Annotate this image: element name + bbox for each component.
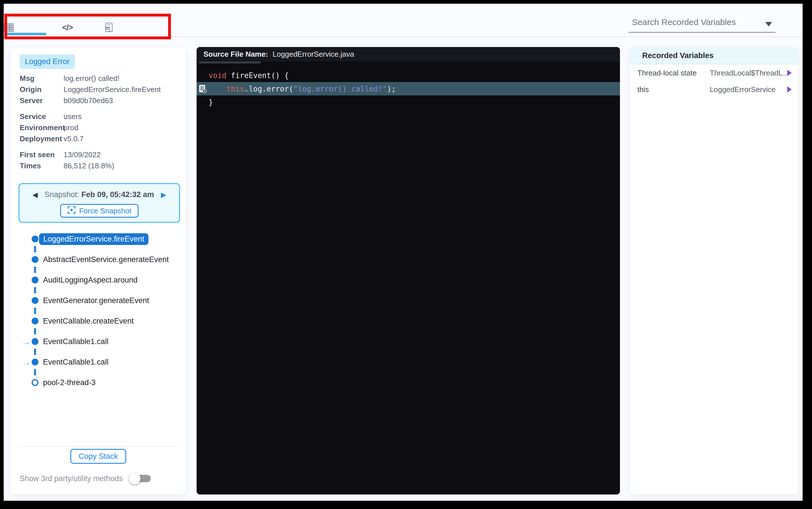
frame-arrow-icon: →: [21, 337, 31, 346]
frame-label: AuditLoggingAspect.around: [43, 276, 138, 284]
frame-label: EventCallable.createEvent: [43, 317, 134, 326]
frame-connector-dots: [34, 327, 186, 335]
frame-bullet-icon: [32, 236, 38, 242]
code-token: }: [209, 98, 213, 106]
search-recorded-variables-select[interactable]: Search Recorded Variables: [629, 15, 776, 33]
detail-label: Origin: [20, 85, 64, 94]
previous-snapshot-button[interactable]: ◀: [32, 191, 38, 199]
frame-connector-dots: [34, 368, 186, 376]
expand-variable-icon[interactable]: [787, 70, 792, 76]
detail-value: users: [64, 112, 82, 121]
frame-connector-dots: [34, 307, 186, 315]
copy-stack-button[interactable]: Copy Stack: [70, 449, 126, 464]
tab[interactable]: </>: [62, 21, 77, 34]
frame-label: LoggedErrorService.fireEvent: [39, 233, 148, 245]
code-token: );: [387, 84, 396, 93]
recorded-variables-title: Recorded Variables: [630, 47, 798, 64]
stack-frame-row[interactable]: AuditLoggingAspect.around: [10, 274, 186, 286]
frame-connector-dots: [34, 286, 186, 294]
stack-frame: LoggedErrorService.fireEvent: [10, 233, 186, 253]
detail-label: Deployment: [20, 134, 64, 143]
variable-name: Thread-local state: [637, 69, 710, 77]
detail-value: 13/09/2022: [64, 150, 101, 159]
source-file-name-value: LoggedErrorService.java: [273, 50, 354, 59]
stack-frame: pool-2-thread-3: [10, 376, 186, 389]
detail-row: Deployment v5.0.7: [20, 133, 181, 144]
frame-arrow-icon: →: [21, 357, 31, 367]
tab[interactable]: LOG: [105, 21, 118, 34]
detail-value: b09d0b70ed63: [64, 96, 113, 105]
code-token: "log.error() called!": [293, 84, 387, 93]
snapshot-nav-row: ◀ Snapshot: Feb 09, 05:42:32 am ▶: [20, 190, 179, 199]
frame-label: AbstractEventService.generateEvent: [43, 255, 169, 264]
error-details: Msg log.error() called! Origin LoggedErr…: [20, 73, 181, 176]
detail-label: Msg: [20, 74, 64, 83]
detail-row: Times 86,512 (18.8%): [20, 160, 181, 171]
stack-frame: → EventCallable1.call: [10, 356, 186, 376]
environment-icon: [4, 23, 14, 32]
code-token: [209, 84, 227, 93]
variable-row[interactable]: Thread-local state ThreadLocal$ThreadL…: [630, 65, 798, 81]
detail-row: Msg log.error() called!: [20, 73, 181, 84]
code-token: .log.error(: [244, 84, 293, 93]
frame-connector-dots: [34, 245, 186, 253]
stack-frame-row[interactable]: EventCallable.createEvent: [10, 315, 186, 327]
variable-value: LoggedErrorService: [710, 85, 787, 94]
recorded-variables-panel: Recorded Variables Thread-local state Th…: [630, 47, 798, 495]
detail-row: Service users: [20, 111, 181, 122]
detail-label: Server: [20, 96, 64, 105]
force-snapshot-label: Force Snapshot: [79, 206, 132, 215]
stack-frame-row[interactable]: → EventCallable1.call: [10, 356, 186, 368]
stack-frame-row[interactable]: LoggedErrorService.fireEvent: [10, 233, 186, 245]
app-window: </> LOG: [4, 4, 803, 501]
third-party-toggle-row: Show 3rd party/utility methods: [20, 472, 151, 485]
code-line[interactable]: void fireEvent() {: [197, 69, 620, 82]
detail-group-message: Msg log.error() called! Origin LoggedErr…: [20, 73, 181, 106]
detail-label: Times: [20, 162, 64, 170]
detail-value: log.error() called!: [64, 74, 120, 83]
expand-variable-icon[interactable]: [787, 86, 792, 93]
chevron-down-icon: [765, 22, 772, 27]
stack-frame: AuditLoggingAspect.around: [10, 274, 186, 294]
next-snapshot-button[interactable]: ▶: [161, 191, 166, 199]
third-party-toggle-switch[interactable]: [133, 475, 151, 482]
frame-label: pool-2-thread-3: [43, 378, 96, 387]
frame-label: EventCallable1.call: [43, 358, 108, 367]
search-select-label: Search Recorded Variables: [632, 18, 736, 27]
force-snapshot-button[interactable]: Force Snapshot: [60, 204, 139, 217]
code-line[interactable]: this.log.error("log.error() called!");: [197, 82, 620, 95]
stack-frame: EventCallable.createEvent: [10, 315, 186, 335]
log-icon: LOG: [105, 23, 113, 33]
topbar-divider: [4, 36, 803, 37]
variable-row[interactable]: this LoggedErrorService: [630, 81, 798, 98]
code-token: void: [209, 71, 227, 80]
detail-row: Server b09d0b70ed63: [20, 95, 181, 106]
stack-frame-row[interactable]: EventGenerator.generateEvent: [10, 294, 186, 307]
code-line[interactable]: }: [197, 95, 620, 109]
stack-trace-list: LoggedErrorService.fireEvent AbstractEve…: [10, 233, 186, 389]
detail-group-deployment: Service users Environment prod Deploymen…: [20, 111, 181, 144]
code-icon: </>: [62, 23, 73, 32]
detail-row: Origin LoggedErrorService.fireEvent: [20, 84, 181, 95]
tab[interactable]: [4, 21, 18, 34]
third-party-toggle-label: Show 3rd party/utility methods: [20, 474, 123, 483]
code-editor: Source File Name: LoggedErrorService.jav…: [197, 47, 620, 495]
detail-label: Service: [20, 112, 64, 121]
snapshot-document-icon[interactable]: [197, 84, 209, 94]
detail-value: prod: [64, 123, 78, 132]
recorded-variables-list: Thread-local state ThreadLocal$ThreadL… …: [630, 64, 798, 98]
stack-frame-row[interactable]: AbstractEventService.generateEvent: [10, 253, 186, 266]
stack-frame-row[interactable]: pool-2-thread-3: [10, 376, 186, 389]
toggle-knob: [129, 473, 140, 484]
detail-value: LoggedErrorService.fireEvent: [64, 85, 161, 94]
variable-value: ThreadLocal$ThreadL…: [710, 69, 787, 77]
force-snapshot-icon: [67, 206, 76, 216]
frame-bullet-icon: [32, 297, 38, 304]
logged-error-badge: Logged Error: [20, 55, 75, 69]
stack-frame-row[interactable]: → EventCallable1.call: [10, 335, 186, 348]
frame-label: EventCallable1.call: [43, 337, 108, 346]
frame-connector-dots: [34, 348, 186, 356]
detail-value: 86,512 (18.8%): [64, 162, 114, 170]
frame-bullet-icon: [32, 317, 38, 325]
stack-divider: [19, 446, 178, 447]
